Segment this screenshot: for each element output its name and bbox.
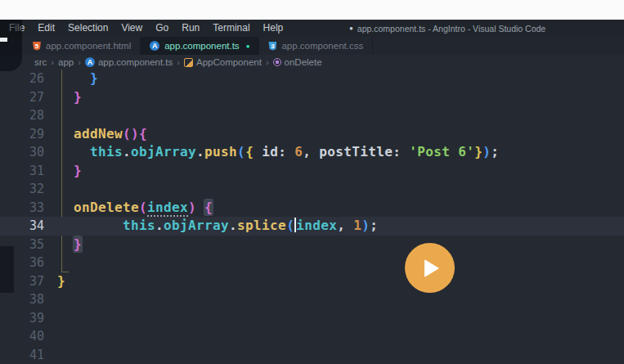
code-text bbox=[44, 180, 624, 199]
code-line-36[interactable]: 36 bbox=[0, 254, 624, 272]
code-token: ) bbox=[361, 218, 370, 233]
code-line-32[interactable]: 32 bbox=[0, 180, 624, 199]
code-line-31[interactable]: 31 } bbox=[0, 162, 624, 181]
video-progress-dash bbox=[0, 38, 7, 42]
angular-icon: A bbox=[150, 41, 159, 51]
breadcrumb-item-onDelete[interactable]: onDelete bbox=[273, 57, 322, 67]
breadcrumb-label: onDelete bbox=[285, 57, 322, 67]
angular-icon: A bbox=[85, 57, 95, 67]
menu-run[interactable]: Run bbox=[175, 20, 206, 37]
code-token: { bbox=[245, 144, 254, 160]
breadcrumb-label: app.component.ts bbox=[98, 57, 173, 67]
line-number: 34 bbox=[0, 217, 44, 236]
code-token: , postTitle: bbox=[303, 144, 409, 160]
menu-terminal[interactable]: Terminal bbox=[206, 20, 256, 37]
window-title-text: app.component.ts - AngIntro - Visual Stu… bbox=[357, 24, 545, 34]
code-line-41[interactable]: 41 bbox=[0, 346, 624, 364]
code-text: addNew(){ bbox=[44, 125, 624, 144]
code-line-26[interactable]: 26 } bbox=[0, 70, 624, 88]
code-text: } bbox=[44, 88, 624, 107]
code-text bbox=[44, 346, 624, 364]
unsaved-dot: ● bbox=[349, 25, 353, 32]
code-text bbox=[44, 327, 624, 346]
menu-help[interactable]: Help bbox=[257, 20, 290, 37]
tab-label: app.component.css bbox=[281, 41, 363, 51]
breadcrumb-separator: › bbox=[177, 57, 180, 67]
menu-view[interactable]: View bbox=[114, 20, 149, 37]
text-cursor bbox=[294, 218, 296, 232]
code-line-29[interactable]: 29 addNew(){ bbox=[0, 125, 624, 144]
code-token: (){ bbox=[123, 126, 147, 142]
code-token: } bbox=[57, 273, 65, 289]
code-line-37[interactable]: 37} bbox=[0, 272, 624, 291]
breadcrumb-item-app[interactable]: app bbox=[58, 57, 74, 67]
code-token: , bbox=[337, 218, 353, 233]
tab-label: app.component.ts bbox=[164, 41, 239, 51]
vscode-window: FileEditSelectionViewGoRunTerminalHelp ●… bbox=[0, 20, 624, 364]
code-text: } bbox=[44, 70, 624, 88]
html5-icon: 5 bbox=[33, 42, 41, 51]
code-token bbox=[57, 236, 74, 252]
line-number: 39 bbox=[0, 309, 44, 328]
modified-dot: ● bbox=[246, 43, 250, 50]
code-token bbox=[57, 70, 90, 86]
menu-go[interactable]: Go bbox=[149, 20, 175, 37]
breadcrumb-item-AppComponent[interactable]: AppComponent bbox=[184, 57, 262, 67]
code-line-27[interactable]: 27 } bbox=[0, 88, 624, 107]
code-line-34[interactable]: 34 this.objArray.splice(index, 1); bbox=[0, 217, 624, 236]
code-token: ; bbox=[491, 144, 499, 160]
code-token: ( bbox=[237, 144, 245, 160]
tab-bar: 5app.component.htmlAapp.component.ts●3ap… bbox=[0, 37, 624, 55]
breadcrumb-item-src[interactable]: src bbox=[34, 57, 47, 67]
tab-app.component.html[interactable]: 5app.component.html bbox=[24, 37, 141, 55]
line-number: 29 bbox=[0, 125, 44, 144]
menu-bar: FileEditSelectionViewGoRunTerminalHelp bbox=[0, 20, 290, 37]
code-token: splice bbox=[237, 218, 286, 233]
tab-app.component.ts[interactable]: Aapp.component.ts● bbox=[141, 37, 259, 55]
code-token: objArray bbox=[131, 144, 196, 160]
code-text bbox=[44, 254, 624, 272]
code-token: ) bbox=[483, 144, 491, 160]
code-token: objArray bbox=[164, 218, 229, 233]
code-line-39[interactable]: 39 bbox=[0, 309, 624, 328]
menu-selection[interactable]: Selection bbox=[61, 20, 114, 37]
code-token: . bbox=[196, 144, 204, 160]
code-token: . bbox=[123, 144, 131, 160]
code-lines: 26 }27 }2829 addNew(){30 this.objArray.p… bbox=[0, 70, 624, 364]
breadcrumb-label: src bbox=[34, 57, 47, 67]
line-number: 31 bbox=[0, 162, 44, 181]
video-overlay-shade bbox=[0, 20, 22, 71]
code-token: index bbox=[296, 218, 337, 233]
screen: FileEditSelectionViewGoRunTerminalHelp ●… bbox=[0, 0, 624, 364]
code-token bbox=[57, 218, 123, 233]
code-token bbox=[57, 200, 74, 215]
code-editor[interactable]: 26 }27 }2829 addNew(){30 this.objArray.p… bbox=[0, 70, 624, 364]
code-line-28[interactable]: 28 bbox=[0, 106, 624, 125]
breadcrumb-label: app bbox=[58, 57, 74, 67]
line-number: 33 bbox=[0, 199, 44, 218]
code-token: this bbox=[90, 144, 123, 160]
code-text bbox=[44, 106, 624, 125]
play-icon bbox=[424, 259, 439, 277]
code-line-40[interactable]: 40 bbox=[0, 327, 624, 346]
breadcrumb-separator: › bbox=[78, 57, 81, 67]
code-line-38[interactable]: 38 bbox=[0, 290, 624, 309]
code-line-30[interactable]: 30 this.objArray.push({ id: 6, postTitle… bbox=[0, 143, 624, 162]
code-token: ( bbox=[139, 200, 147, 215]
code-token: . bbox=[229, 218, 237, 233]
code-line-33[interactable]: 33 onDelete(index) { bbox=[0, 199, 624, 218]
tab-app.component.css[interactable]: 3app.component.css bbox=[259, 37, 373, 55]
window-titlebar: FileEditSelectionViewGoRunTerminalHelp ●… bbox=[0, 20, 624, 37]
breadcrumb: src›app›Aapp.component.ts›AppComponent›o… bbox=[0, 55, 624, 70]
code-line-35[interactable]: 35 } bbox=[0, 236, 624, 254]
menu-edit[interactable]: Edit bbox=[31, 20, 61, 37]
letterbox-top bbox=[0, 0, 624, 20]
video-overlay-block bbox=[0, 246, 14, 293]
code-token: index bbox=[147, 200, 188, 217]
breadcrumb-item-app.component.ts[interactable]: Aapp.component.ts bbox=[85, 57, 173, 67]
code-token: ; bbox=[370, 218, 378, 233]
video-play-button[interactable] bbox=[405, 243, 455, 293]
code-token: 'Post 6' bbox=[409, 144, 474, 160]
code-token bbox=[196, 200, 204, 215]
code-text bbox=[44, 290, 624, 309]
